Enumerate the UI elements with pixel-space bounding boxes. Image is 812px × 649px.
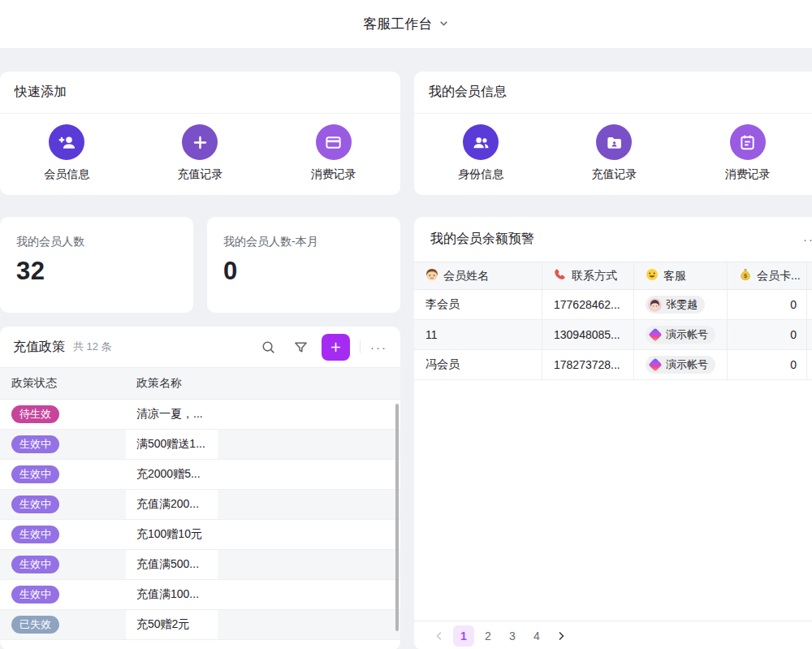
- row-filler: [218, 490, 400, 519]
- quick-item-recharge-record[interactable]: 充值记录: [547, 124, 680, 182]
- contact-cell: 130948085...: [542, 320, 634, 349]
- quick-item-identity-info[interactable]: 身份信息: [414, 124, 547, 182]
- next-page-button[interactable]: [551, 625, 572, 647]
- status-badge: 待生效: [11, 405, 59, 423]
- stat-label: 我的会员人数-本月: [223, 235, 384, 249]
- column-header[interactable]: 联系方式: [542, 262, 634, 289]
- stat-label: 我的会员人数: [16, 235, 177, 249]
- quick-item-consume-record[interactable]: 消费记录: [681, 124, 812, 182]
- agent-cell: 张雯越: [634, 290, 728, 319]
- balance-alert-title: 我的会员余额预警: [430, 231, 534, 248]
- smiley-emoji-icon: [646, 268, 659, 283]
- table-row[interactable]: 生效中满500赠送1...: [0, 430, 400, 460]
- chevron-down-icon: [438, 17, 449, 32]
- column-header-label: 会员卡...: [757, 269, 801, 283]
- table-row[interactable]: 生效中充100赠10元: [0, 520, 400, 550]
- row-filler: [218, 610, 400, 639]
- member-count-card: 我的会员人数 32: [0, 217, 193, 313]
- table-row[interactable]: 待生效清凉一夏，...: [0, 400, 400, 430]
- status-badge: 已失效: [11, 616, 59, 634]
- quick-add-header: 快速添加: [0, 71, 400, 114]
- card-icon: [316, 124, 352, 160]
- more-button[interactable]: ···: [803, 233, 812, 245]
- policy-name-cell: 充2000赠5...: [126, 460, 218, 489]
- balance-alert-card: 我的会员余额预警 ··· 会员姓名联系方式客服$会员卡... 李会员177628…: [414, 217, 812, 649]
- card-balance-cell: 0: [728, 320, 807, 349]
- svg-text:$: $: [743, 272, 747, 279]
- my-member-info-header: 我的会员信息: [414, 71, 812, 114]
- demo-diamond: [648, 358, 662, 372]
- recharge-policy-card: 充值政策 共 12 条 ··· 政策状态 政策名称 待生效清凉一夏，...生效中…: [0, 327, 400, 649]
- divider: [360, 340, 361, 353]
- stat-value: 0: [223, 257, 384, 286]
- quick-item-label: 充值记录: [591, 167, 637, 182]
- page-button-2[interactable]: 2: [477, 625, 499, 647]
- table-row[interactable]: 已失效充50赠2元: [0, 610, 400, 640]
- quick-item-consume-record[interactable]: 消费记录: [267, 124, 400, 182]
- filter-icon[interactable]: [289, 335, 312, 358]
- phone-emoji-icon: [554, 268, 567, 283]
- quick-item-recharge-record[interactable]: 充值记录: [133, 124, 266, 182]
- pagination: 1234: [414, 621, 812, 649]
- people-icon: [463, 124, 499, 160]
- page-button-3[interactable]: 3: [502, 625, 523, 647]
- policy-name-cell: 充值满500...: [126, 550, 218, 579]
- column-header[interactable]: 会员姓名: [414, 262, 542, 289]
- column-header-label: 会员姓名: [443, 269, 489, 283]
- quick-item-label: 会员信息: [44, 167, 89, 182]
- my-member-info-card: 我的会员信息 身份信息充值记录消费记录: [414, 71, 812, 195]
- policy-table-body: 待生效清凉一夏，...生效中满500赠送1...生效中充2000赠5...生效中…: [0, 400, 400, 640]
- column-header[interactable]: 客服: [634, 262, 728, 289]
- table-row[interactable]: 李会员177628462...张雯越0: [414, 290, 812, 320]
- agent-cell: 演示帐号: [634, 320, 728, 349]
- add-record-button[interactable]: [322, 334, 350, 361]
- page-button-1[interactable]: 1: [453, 625, 474, 647]
- table-row[interactable]: 生效中充2000赠5...: [0, 460, 400, 490]
- column-header-label: 联系方式: [572, 269, 617, 283]
- table-row[interactable]: 冯会员178273728...演示帐号0: [414, 350, 812, 380]
- demo-diamond-logo: [648, 358, 662, 372]
- agent-name: 演示帐号: [666, 357, 708, 372]
- table-row[interactable]: 生效中充值满100...: [0, 580, 400, 610]
- moneybag-emoji-icon: $: [739, 268, 752, 283]
- status-badge: 生效中: [11, 435, 59, 453]
- page-button-4[interactable]: 4: [526, 625, 547, 647]
- row-filler: [218, 430, 400, 459]
- row-filler: [218, 550, 400, 579]
- policy-status-cell: 已失效: [0, 610, 126, 639]
- stat-value: 32: [16, 257, 177, 286]
- table-row[interactable]: 生效中充值满500...: [0, 550, 400, 580]
- column-header[interactable]: $会员卡...: [728, 262, 807, 289]
- folder-icon: [596, 124, 632, 160]
- table-row[interactable]: 11130948085...演示帐号0: [414, 320, 812, 350]
- balance-alert-header: 我的会员余额预警 ···: [414, 217, 812, 262]
- status-badge: 生效中: [11, 495, 59, 513]
- column-header-status[interactable]: 政策状态: [0, 376, 126, 391]
- empty-cell: [807, 350, 812, 379]
- member-name-cell: 冯会员: [414, 350, 542, 379]
- workspace-switcher[interactable]: 客服工作台: [364, 15, 449, 33]
- prev-page-button[interactable]: [429, 625, 450, 647]
- policy-name-cell: 满500赠送1...: [126, 430, 218, 459]
- empty-cell: [807, 290, 812, 319]
- quick-add-card: 快速添加 会员信息充值记录消费记录: [0, 71, 400, 195]
- policy-name-cell: 充100赠10元: [126, 520, 218, 549]
- policy-name-cell: 充值满200...: [126, 490, 218, 519]
- balance-table-header: 会员姓名联系方式客服$会员卡...: [414, 262, 812, 290]
- demo-diamond-logo: [648, 328, 662, 342]
- status-badge: 生效中: [11, 586, 59, 604]
- policy-status-cell: 待生效: [0, 400, 126, 429]
- column-header-name[interactable]: 政策名称: [126, 376, 218, 391]
- top-bar: 客服工作台: [0, 0, 812, 49]
- row-filler: [218, 400, 400, 429]
- status-badge: 生效中: [11, 556, 59, 573]
- quick-item-label: 消费记录: [311, 167, 356, 182]
- table-row[interactable]: 生效中充值满200...: [0, 490, 400, 520]
- contact-cell: 178273728...: [542, 350, 634, 379]
- vertical-scrollbar[interactable]: [395, 404, 399, 631]
- more-button[interactable]: ···: [370, 341, 387, 353]
- policy-status-cell: 生效中: [0, 430, 126, 459]
- card-balance-cell: 0: [728, 350, 807, 379]
- search-icon[interactable]: [257, 335, 279, 358]
- quick-item-member-info[interactable]: 会员信息: [0, 124, 133, 182]
